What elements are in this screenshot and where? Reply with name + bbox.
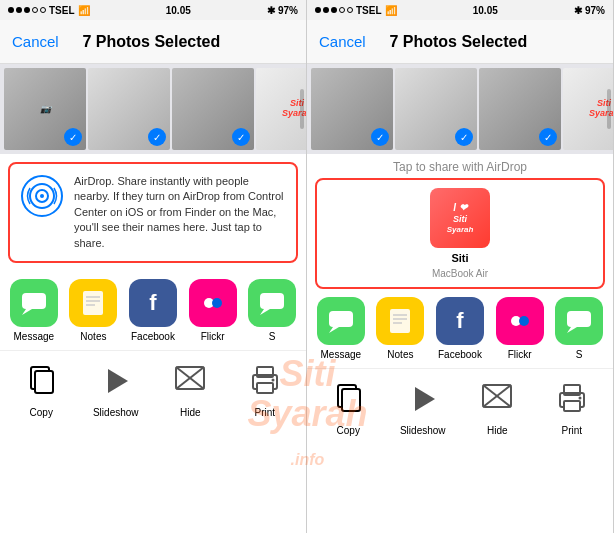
rdot2 (323, 7, 329, 13)
scroll-indicator-left (300, 89, 304, 129)
slideshow-icon (94, 359, 138, 403)
action-row-right: Copy Slideshow Hide (307, 369, 613, 444)
svg-point-23 (271, 378, 274, 381)
airdrop-tap-label: Tap to share with AirDrop (307, 154, 613, 178)
rdot1 (315, 7, 321, 13)
photo-thumb-siti[interactable]: SitiSyarah ✓ (256, 68, 306, 150)
rflickr-icon (496, 297, 544, 345)
rcheck-2: ✓ (455, 128, 473, 146)
photo-thumb-3[interactable]: ✓ (172, 68, 254, 150)
carrier-left: TSEL (49, 5, 75, 16)
photo-thumb-2[interactable]: ✓ (88, 68, 170, 150)
raction-hide-label: Hide (487, 425, 508, 436)
photo-thumb-1[interactable]: 📷 ✓ (4, 68, 86, 150)
rphoto-thumb-1[interactable]: ✓ (311, 68, 393, 150)
cancel-button-right[interactable]: Cancel (319, 33, 366, 50)
svg-rect-35 (342, 389, 360, 411)
dot4 (32, 7, 38, 13)
wifi-icon: 📶 (78, 5, 90, 16)
raction-print-label: Print (561, 425, 582, 436)
page-title-right: 7 Photos Selected (389, 33, 527, 51)
status-bar-right: TSEL 📶 10.05 ✱ 97% (307, 0, 613, 20)
raction-print[interactable]: Print (535, 377, 610, 436)
nav-bar-right: Cancel 7 Photos Selected (307, 20, 613, 64)
airdrop-device-box: I ❤ Siti Syarah Siti MacBook Air (315, 178, 605, 289)
svg-rect-6 (83, 291, 103, 315)
scroll-indicator-right (607, 89, 611, 129)
rphoto-thumb-3[interactable]: ✓ (479, 68, 561, 150)
share-facebook-label: Facebook (131, 331, 175, 342)
page-title-left: 7 Photos Selected (82, 33, 220, 51)
share-flickr[interactable]: Flickr (183, 279, 243, 342)
rshare-facebook[interactable]: f Facebook (430, 297, 490, 360)
svg-marker-13 (260, 309, 270, 315)
action-hide[interactable]: Hide (153, 359, 228, 418)
svg-marker-33 (567, 327, 577, 333)
share-s[interactable]: S (242, 279, 302, 342)
svg-marker-36 (415, 387, 435, 411)
raction-hide[interactable]: Hide (460, 377, 535, 436)
rshare-s-label: S (576, 349, 583, 360)
hide-icon (168, 359, 212, 403)
check-1: ✓ (64, 128, 82, 146)
check-2: ✓ (148, 128, 166, 146)
airdrop-info-box: AirDrop. Share instantly with people nea… (8, 162, 298, 263)
rshare-notes[interactable]: Notes (371, 297, 431, 360)
rshare-facebook-label: Facebook (438, 349, 482, 360)
share-s-label: S (269, 331, 276, 342)
action-copy-label: Copy (30, 407, 53, 418)
cancel-button-left[interactable]: Cancel (12, 33, 59, 50)
svg-rect-32 (567, 311, 591, 327)
rshare-flickr[interactable]: Flickr (490, 297, 550, 360)
airdrop-device-siti[interactable]: I ❤ Siti Syarah Siti MacBook Air (430, 188, 490, 279)
share-flickr-label: Flickr (201, 331, 225, 342)
rphoto-thumb-2[interactable]: ✓ (395, 68, 477, 150)
svg-marker-25 (329, 327, 339, 333)
bluetooth-icon: ✱ (267, 5, 275, 16)
panel-left: TSEL 📶 10.05 ✱ 97% Cancel 7 Photos Selec… (0, 0, 307, 533)
carrier-right: TSEL (356, 5, 382, 16)
message-icon (10, 279, 58, 327)
rmessage-icon (317, 297, 365, 345)
panel-right: TSEL 📶 10.05 ✱ 97% Cancel 7 Photos Selec… (307, 0, 614, 533)
signal-dots (8, 7, 46, 13)
share-facebook[interactable]: f Facebook (123, 279, 183, 342)
photo-strip-right: ✓ ✓ ✓ SitiSyarah ✓ (307, 64, 613, 154)
share-notes[interactable]: Notes (64, 279, 124, 342)
raction-slideshow-label: Slideshow (400, 425, 446, 436)
status-left-right: TSEL 📶 (315, 5, 397, 16)
rslideshow-icon (401, 377, 445, 421)
rshare-flickr-label: Flickr (508, 349, 532, 360)
rs-icon (555, 297, 603, 345)
action-slideshow[interactable]: Slideshow (79, 359, 154, 418)
print-icon (243, 359, 287, 403)
battery-right: 97% (585, 5, 605, 16)
rcheck-1: ✓ (371, 128, 389, 146)
status-bar-left: TSEL 📶 10.05 ✱ 97% (0, 0, 306, 20)
airdrop-icon (20, 174, 64, 218)
battery-left: 97% (278, 5, 298, 16)
rdot4 (339, 7, 345, 13)
rshare-message[interactable]: Message (311, 297, 371, 360)
s-icon (248, 279, 296, 327)
rshare-s[interactable]: S (549, 297, 609, 360)
rnotes-icon (376, 297, 424, 345)
raction-slideshow[interactable]: Slideshow (386, 377, 461, 436)
rshare-notes-label: Notes (387, 349, 413, 360)
action-print[interactable]: Print (228, 359, 303, 418)
share-message[interactable]: Message (4, 279, 64, 342)
facebook-icon: f (129, 279, 177, 327)
signal-dots-right (315, 7, 353, 13)
action-copy[interactable]: Copy (4, 359, 79, 418)
action-print-label: Print (254, 407, 275, 418)
dot3 (24, 7, 30, 13)
svg-rect-21 (257, 383, 273, 393)
bluetooth-icon-right: ✱ (574, 5, 582, 16)
flickr-icon (189, 279, 237, 327)
airdrop-device-thumb: I ❤ Siti Syarah (430, 188, 490, 248)
airdrop-device-model: MacBook Air (432, 268, 488, 279)
raction-copy-label: Copy (337, 425, 360, 436)
rphoto-thumb-siti[interactable]: SitiSyarah ✓ (563, 68, 613, 150)
rprint-icon (550, 377, 594, 421)
raction-copy[interactable]: Copy (311, 377, 386, 436)
